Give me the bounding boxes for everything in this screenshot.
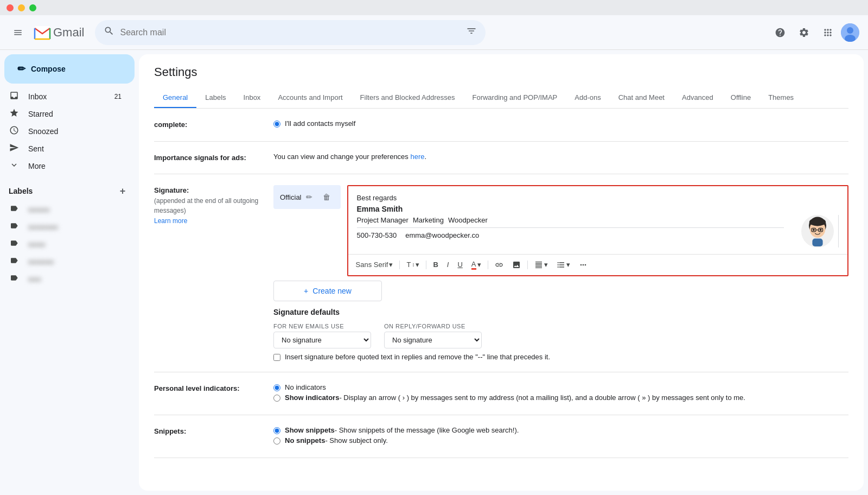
sig-greeting: Best regards (357, 193, 839, 204)
tab-labels[interactable]: Labels (196, 88, 234, 109)
more-toolbar-button[interactable] (576, 258, 591, 271)
sig-item-actions: ✏ 🗑 (302, 189, 334, 205)
label3-name: ■■■■ (28, 240, 45, 249)
sig-vertical-divider (838, 215, 839, 248)
importance-signals-link[interactable]: here (410, 153, 424, 161)
text-color-icon: A (471, 260, 476, 270)
sidebar-item-label5[interactable]: ■■■ (0, 270, 130, 288)
show-indicators-option[interactable]: Show indicators- Display an arrow ( › ) … (273, 394, 848, 402)
complete-row: complete: I'll add contacts myself (154, 109, 848, 142)
settings-title: Settings (154, 65, 848, 79)
sidebar-item-label4[interactable]: ■■■■■■ (0, 253, 130, 270)
tab-inbox[interactable]: Inbox (235, 88, 270, 109)
sig-checkbox-row[interactable]: Insert signature before quoted text in r… (273, 353, 848, 361)
toolbar-divider-1 (399, 261, 400, 269)
tab-addons[interactable]: Add-ons (566, 88, 609, 109)
create-new-button[interactable]: + Create new (273, 281, 382, 301)
complete-value: I'll add contacts myself (273, 119, 848, 130)
tab-advanced[interactable]: Advanced (673, 88, 722, 109)
sidebar-item-more[interactable]: More (0, 157, 130, 175)
no-snippets-radio[interactable] (273, 437, 280, 445)
tab-offline[interactable]: Offline (722, 88, 760, 109)
search-input[interactable] (120, 28, 461, 37)
label-icon (9, 256, 20, 267)
italic-icon: I (447, 261, 449, 269)
sidebar-item-label2[interactable]: ■■■■■■■ (0, 218, 130, 236)
new-email-select[interactable]: No signature (273, 332, 371, 348)
font-family-selector[interactable]: Sans Serif ▾ (353, 258, 397, 271)
settings-panel: Settings General Labels Inbox Accounts a… (139, 54, 864, 491)
apps-button[interactable] (817, 22, 839, 43)
snoozed-label: Snoozed (28, 127, 58, 136)
titlebar (0, 0, 868, 15)
learn-more-link[interactable]: Learn more (154, 217, 187, 225)
labels-title: Labels (9, 187, 33, 195)
add-label-button[interactable]: + (115, 183, 130, 199)
show-indicators-label: Show indicators- Display an arrow ( › ) … (285, 394, 745, 402)
sidebar-item-inbox[interactable]: Inbox 21 (0, 88, 130, 105)
app-title: Gmail (53, 26, 84, 40)
sent-label: Sent (28, 144, 44, 153)
help-button[interactable] (769, 22, 791, 43)
label4-name: ■■■■■■ (28, 258, 54, 266)
no-indicators-option[interactable]: No indicators (273, 383, 848, 391)
show-snippets-option[interactable]: Show snippets- Show snippets of the mess… (273, 426, 848, 434)
tab-general[interactable]: General (154, 88, 196, 109)
label-icon (9, 274, 20, 284)
tab-chat[interactable]: Chat and Meet (610, 88, 673, 109)
starred-label: Starred (28, 110, 53, 118)
tab-accounts[interactable]: Accounts and Import (269, 88, 351, 109)
personal-level-value: No indicators Show indicators- Display a… (273, 383, 848, 404)
sidebar-item-starred[interactable]: Starred (0, 105, 130, 123)
tab-filters[interactable]: Filters and Blocked Addresses (352, 88, 464, 109)
complete-radio[interactable] (273, 120, 280, 128)
more-icon (9, 160, 20, 172)
tab-forwarding[interactable]: Forwarding and POP/IMAP (463, 88, 566, 109)
avatar[interactable] (841, 23, 859, 42)
settings-body: complete: I'll add contacts myself Impor… (139, 109, 864, 458)
show-indicators-radio[interactable] (273, 395, 280, 402)
search-filter-icon[interactable] (466, 26, 477, 39)
link-button[interactable] (492, 258, 507, 271)
complete-option[interactable]: I'll add contacts myself (273, 119, 848, 128)
delete-signature-button[interactable]: 🗑 (319, 189, 334, 205)
edit-signature-button[interactable]: ✏ (302, 189, 317, 205)
sig-checkbox[interactable] (273, 354, 280, 361)
personal-level-label: Personal level indicators: (154, 383, 273, 394)
sidebar-item-snoozed[interactable]: Snoozed (0, 123, 130, 140)
signature-list-item-official[interactable]: Official ✏ 🗑 (273, 185, 341, 209)
settings-button[interactable] (793, 22, 815, 43)
no-snippets-option[interactable]: No snippets- Show subject only. (273, 436, 848, 445)
image-button[interactable] (509, 258, 524, 271)
minimize-button[interactable] (18, 4, 25, 11)
no-indicators-radio[interactable] (273, 384, 280, 391)
close-button[interactable] (7, 4, 14, 11)
show-snippets-radio[interactable] (273, 427, 280, 434)
create-new-label: Create new (312, 287, 352, 295)
toolbar-divider-4 (527, 261, 528, 269)
hamburger-menu[interactable] (9, 23, 27, 42)
show-snippets-label: Show snippets- Show snippets of the mess… (285, 426, 519, 434)
bold-button[interactable]: B (430, 258, 441, 271)
sidebar-item-label1[interactable]: ■■■■■ (0, 201, 130, 218)
reply-select[interactable]: No signature (384, 332, 482, 348)
italic-button[interactable]: I (444, 258, 452, 271)
compose-button[interactable]: ✏ Compose (4, 54, 135, 84)
sidebar: ✏ Compose Inbox 21 Starred Sno (0, 50, 139, 495)
sidebar-item-sent[interactable]: Sent (0, 140, 130, 157)
sig-avatar-section (801, 215, 839, 248)
text-color-button[interactable]: A ▾ (468, 258, 484, 272)
new-email-col: FOR NEW EMAILS USE No signature (273, 323, 371, 348)
list-button[interactable]: ▾ (553, 258, 573, 271)
no-indicators-label: No indicators (285, 383, 326, 391)
bold-icon: B (433, 261, 438, 269)
underline-button[interactable]: U (454, 258, 465, 271)
tab-themes[interactable]: Themes (760, 88, 802, 109)
sidebar-item-label3[interactable]: ■■■■ (0, 236, 130, 253)
search-bar[interactable] (95, 20, 486, 45)
signature-label: Signature: (appended at the end of all o… (154, 185, 273, 226)
maximize-button[interactable] (29, 4, 36, 11)
font-size-selector[interactable]: T ↕ ▾ (403, 258, 423, 271)
label-icon (9, 221, 20, 232)
align-button[interactable]: ▾ (531, 258, 551, 271)
